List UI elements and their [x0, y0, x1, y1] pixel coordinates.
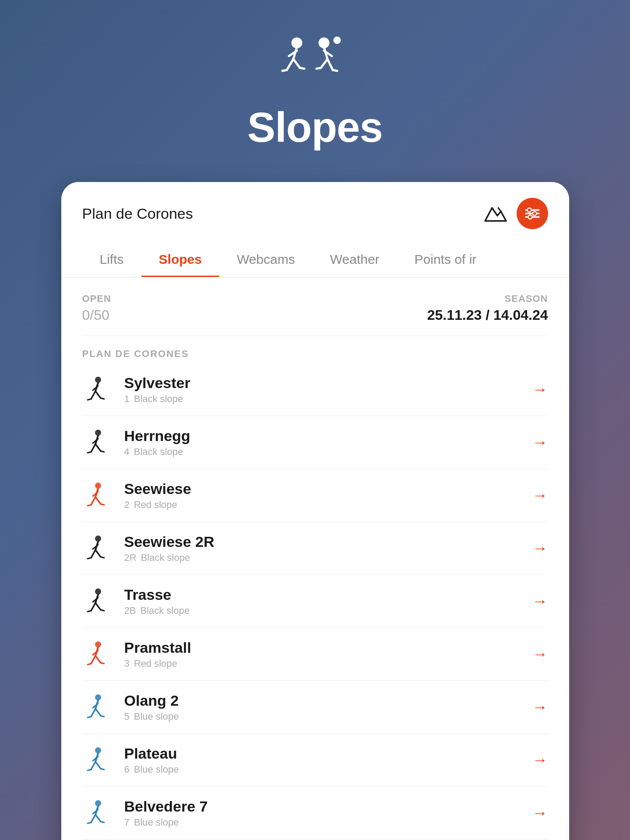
svg-point-22: [95, 430, 101, 436]
slope-name: Herrnegg: [124, 427, 532, 444]
slope-name: Trasse: [124, 586, 532, 603]
slope-arrow-icon[interactable]: →: [532, 539, 548, 557]
slope-item[interactable]: Olang 2 5 Blue slope →: [82, 681, 548, 734]
svg-line-10: [321, 59, 327, 68]
svg-point-7: [320, 38, 328, 47]
season-stat: SEASON 25.11.23 / 14.04.24: [427, 293, 548, 323]
slope-arrow-icon[interactable]: →: [532, 380, 548, 399]
slope-type: Black slope: [134, 446, 183, 458]
svg-point-28: [95, 747, 101, 753]
slope-type: Black slope: [140, 605, 190, 616]
slope-name: Seewiese 2R: [124, 533, 532, 550]
slope-number: 2R: [124, 552, 137, 564]
tab-webcams[interactable]: Webcams: [219, 243, 313, 277]
slope-type: Red slope: [134, 658, 177, 669]
slope-arrow-icon[interactable]: →: [532, 751, 548, 769]
slope-icon: [82, 744, 114, 776]
slope-icon: [82, 691, 114, 723]
tab-lifts[interactable]: Lifts: [82, 243, 141, 277]
svg-line-9: [327, 59, 333, 70]
slope-name: Sylvester: [124, 374, 532, 392]
svg-line-12: [333, 70, 337, 71]
slope-icon: [82, 427, 114, 458]
page-title: Slopes: [247, 103, 383, 151]
slope-arrow-icon[interactable]: →: [532, 433, 548, 452]
slope-icon: [82, 638, 114, 670]
slope-type: Black slope: [141, 552, 190, 564]
svg-line-13: [317, 68, 321, 69]
svg-point-25: [95, 588, 101, 595]
location-name: Plan de Corones: [82, 205, 193, 222]
slope-type: Black slope: [134, 393, 183, 405]
svg-point-14: [334, 38, 340, 43]
svg-point-20: [528, 215, 532, 219]
slope-item[interactable]: Seewiese 2R 2R Black slope →: [82, 522, 548, 575]
slope-icon: [82, 480, 114, 511]
slope-arrow-icon[interactable]: →: [532, 486, 548, 504]
slope-arrow-icon[interactable]: →: [532, 804, 548, 822]
slope-arrow-icon[interactable]: →: [532, 592, 548, 610]
slope-item[interactable]: Herrnegg 4 Black slope →: [82, 416, 548, 469]
svg-line-3: [293, 59, 300, 68]
slope-name: Belvedere 7: [124, 798, 532, 815]
slope-item[interactable]: Plateau 6 Blue slope →: [82, 734, 548, 787]
slope-number: 5: [124, 711, 130, 722]
slope-arrow-icon[interactable]: →: [532, 645, 548, 663]
tab-points[interactable]: Points of ir: [397, 243, 494, 277]
map-icon-button[interactable]: [482, 200, 510, 228]
slope-item[interactable]: Trasse 2B Black slope →: [82, 575, 548, 628]
slope-number: 7: [124, 817, 130, 828]
slope-item[interactable]: Seewiese 2 Red slope →: [82, 469, 548, 522]
slope-icon: [82, 374, 114, 405]
slope-type: Blue slope: [134, 711, 179, 722]
slope-number: 2: [124, 499, 130, 511]
slopes-list: Sylvester 1 Black slope → Herrnegg 4 Bla…: [82, 363, 548, 840]
svg-point-0: [292, 38, 301, 47]
slope-number: 2B: [124, 605, 136, 616]
tab-slopes[interactable]: Slopes: [141, 243, 219, 277]
slope-type: Blue slope: [134, 817, 179, 828]
svg-line-2: [287, 59, 293, 70]
slope-type: Red slope: [134, 499, 177, 511]
slope-name: Pramstall: [124, 639, 532, 656]
svg-point-24: [95, 536, 101, 542]
slope-number: 3: [124, 658, 130, 669]
slope-icon: [82, 532, 114, 564]
svg-line-6: [300, 68, 304, 69]
svg-point-26: [95, 641, 101, 648]
slope-name: Seewiese: [124, 480, 532, 497]
svg-line-5: [282, 70, 287, 71]
svg-point-18: [527, 208, 531, 212]
slope-type: Blue slope: [134, 764, 179, 775]
slope-name: Olang 2: [124, 692, 532, 709]
tab-weather[interactable]: Weather: [313, 243, 397, 277]
slope-item[interactable]: Belvedere 7 7 Blue slope →: [82, 787, 548, 840]
slope-name: Plateau: [124, 745, 532, 762]
svg-point-21: [95, 377, 101, 383]
open-stat: OPEN 0/50: [82, 293, 111, 323]
svg-point-27: [95, 694, 101, 700]
slope-number: 4: [124, 446, 130, 458]
filter-button[interactable]: [517, 198, 548, 229]
slope-icon: [82, 585, 114, 617]
section-header: PLAN DE CORONES: [82, 336, 548, 363]
slope-arrow-icon[interactable]: →: [532, 698, 548, 716]
slope-item[interactable]: Sylvester 1 Black slope →: [82, 363, 548, 416]
tab-bar: Lifts Slopes Webcams Weather Points of i…: [82, 243, 548, 277]
slope-number: 1: [124, 393, 130, 405]
svg-point-29: [95, 800, 101, 806]
app-logo: [280, 35, 350, 94]
slope-number: 6: [124, 764, 130, 775]
slope-item[interactable]: Pramstall 3 Red slope →: [82, 628, 548, 681]
svg-point-23: [95, 483, 101, 489]
svg-point-19: [532, 212, 536, 216]
slope-icon: [82, 797, 114, 829]
main-card: Plan de Corones: [61, 182, 569, 840]
